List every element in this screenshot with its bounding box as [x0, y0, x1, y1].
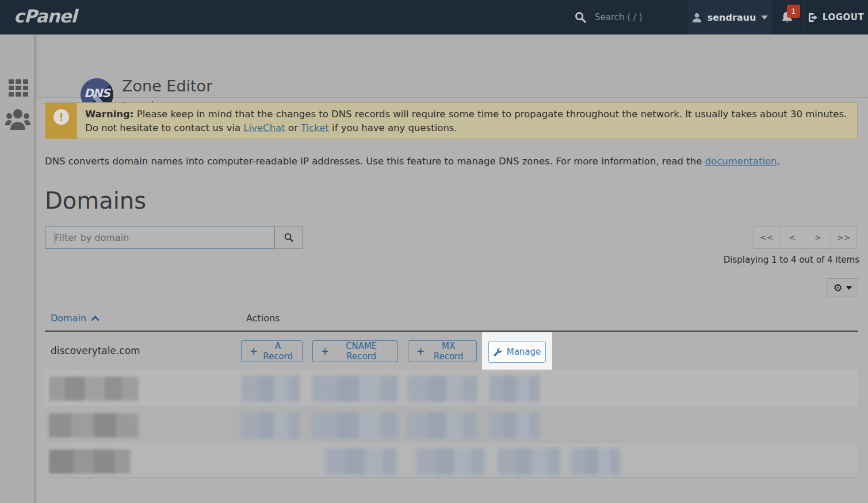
cpanel-logo[interactable]: cPanel	[14, 6, 77, 26]
add-a-record-button[interactable]: + A Record	[241, 340, 303, 362]
warning-line2-post: if you have any questions.	[329, 122, 457, 133]
redacted-button	[571, 448, 620, 475]
users-icon[interactable]	[5, 108, 31, 131]
redacted-domain	[49, 377, 139, 401]
plus-icon: +	[416, 345, 425, 357]
domain-name: discoverytale.com	[51, 345, 140, 356]
redacted-button	[312, 375, 398, 402]
redacted-button	[241, 375, 300, 402]
redacted-button	[241, 412, 300, 439]
chevron-down-icon	[761, 16, 768, 20]
redacted-domain	[49, 413, 139, 437]
redacted-button	[312, 412, 398, 439]
manage-highlight-box: Manage	[482, 332, 552, 370]
warning-line2: Do not hesitate to contact us via	[85, 122, 243, 133]
page-header: DNS Zone Editor Domains	[35, 34, 868, 98]
pagination-prev-button[interactable]: <	[779, 226, 805, 249]
notification-count-badge: 1	[787, 5, 800, 18]
filter-domain-input[interactable]	[45, 226, 274, 249]
domain-column-label: Domain	[51, 313, 86, 324]
search-placeholder: Search ( / )	[595, 12, 643, 22]
documentation-link[interactable]: documentation	[705, 156, 777, 167]
add-cname-record-button[interactable]: + CNAME Record	[312, 340, 398, 362]
warning-strip: !	[45, 103, 77, 139]
mx-record-label: MX Record	[429, 341, 468, 362]
redacted-button	[407, 375, 477, 402]
livechat-link[interactable]: LiveChat	[243, 122, 285, 133]
redacted-button	[325, 448, 397, 475]
intro-text: DNS converts domain names into computer-…	[45, 156, 858, 167]
intro-suffix: .	[777, 156, 780, 167]
a-record-label: A Record	[262, 341, 294, 362]
redacted-button	[489, 375, 540, 402]
user-icon	[691, 12, 702, 23]
chevron-down-icon	[846, 286, 852, 290]
wrench-icon	[494, 348, 502, 356]
pagination-status: Displaying 1 to 4 out of 4 items	[724, 255, 859, 265]
warning-text: Warning: Please keep in mind that the ch…	[77, 103, 855, 139]
warning-alert: ! Warning: Please keep in mind that the …	[45, 102, 858, 139]
global-search[interactable]: Search ( / )	[574, 0, 643, 34]
redacted-button	[407, 412, 477, 439]
cname-record-label: CNAME Record	[333, 341, 389, 362]
apps-grid-icon[interactable]	[9, 79, 28, 97]
logout-button[interactable]: LOGOUT	[804, 0, 868, 34]
search-icon	[574, 11, 587, 24]
search-icon	[284, 232, 294, 243]
ticket-link[interactable]: Ticket	[301, 122, 329, 133]
text-caret	[55, 231, 55, 244]
pagination-first-button[interactable]: <<	[754, 226, 779, 249]
table-row: discoverytale.com + A Record + CNAME Rec…	[45, 332, 858, 370]
warning-line1: Please keep in mind that the changes to …	[133, 109, 847, 120]
table-header: Domain Actions	[45, 306, 858, 332]
page-title: Zone Editor	[122, 77, 212, 95]
redacted-button	[489, 412, 540, 439]
column-header-actions: Actions	[246, 313, 280, 324]
logout-icon	[808, 12, 819, 23]
warning-icon: !	[53, 109, 69, 125]
add-mx-record-button[interactable]: + MX Record	[408, 340, 477, 362]
cpanel-zone-editor-page: cPanel Search ( / ) sendrauu 1	[0, 0, 868, 503]
domains-heading: Domains	[45, 187, 146, 214]
warning-line2-mid: or	[285, 122, 301, 133]
user-menu[interactable]: sendrauu	[689, 0, 771, 34]
table-row-redacted	[45, 370, 858, 406]
manage-label: Manage	[507, 347, 541, 357]
intro-body: DNS converts domain names into computer-…	[45, 156, 705, 167]
plus-icon: +	[250, 345, 258, 357]
redacted-button	[498, 448, 560, 475]
filter-search-button[interactable]	[274, 226, 303, 249]
pagination-next-button[interactable]: >	[805, 226, 831, 249]
table-row-redacted	[45, 406, 858, 443]
username-label: sendrauu	[708, 12, 756, 23]
logout-label: LOGOUT	[823, 12, 864, 22]
warning-label: Warning:	[85, 109, 133, 120]
pagination-last-button[interactable]: >>	[831, 226, 857, 249]
left-sidebar	[0, 34, 35, 503]
pagination: << < > >>	[754, 226, 857, 249]
manage-button[interactable]: Manage	[488, 341, 546, 363]
gear-icon: ⚙	[833, 283, 842, 293]
table-settings-dropdown[interactable]: ⚙	[827, 278, 858, 297]
top-navbar: cPanel Search ( / ) sendrauu 1	[0, 0, 868, 34]
column-header-domain[interactable]: Domain	[51, 313, 100, 324]
sort-ascending-icon	[91, 316, 100, 321]
redacted-button	[416, 448, 485, 475]
redacted-domain	[49, 450, 131, 474]
plus-icon: +	[321, 345, 329, 357]
table-row-redacted	[45, 443, 858, 478]
